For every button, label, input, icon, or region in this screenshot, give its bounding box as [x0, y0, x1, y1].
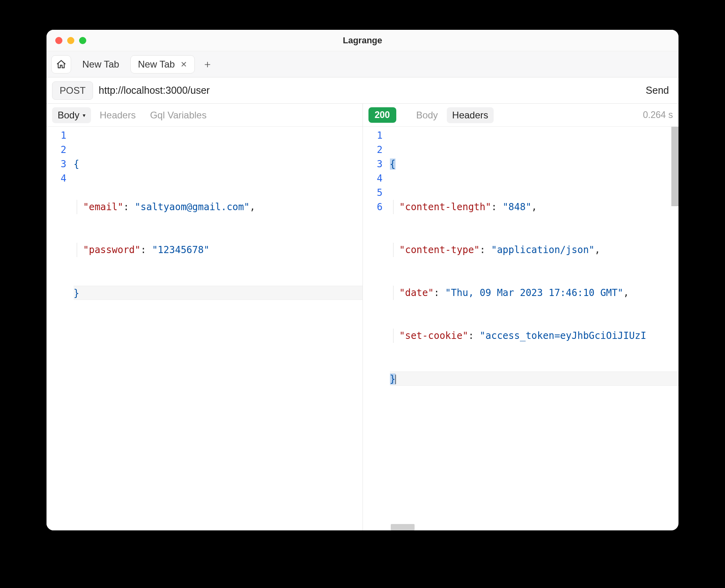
code-line: } [390, 371, 679, 386]
send-button[interactable]: Send [642, 85, 673, 96]
home-icon [56, 59, 66, 70]
url-bar: POST Send [47, 77, 678, 104]
line-number: 1 [363, 128, 383, 143]
tab-inactive[interactable]: New Tab [75, 55, 126, 74]
tab-label: Body [58, 110, 79, 121]
request-body-editor[interactable]: 1 2 3 4 { "email": "saltyaom@gmail.com",… [47, 127, 362, 530]
response-timing: 0.264 s [643, 110, 673, 120]
code-line: } [74, 286, 362, 300]
response-tab-headers[interactable]: Headers [447, 107, 494, 123]
url-input[interactable] [99, 81, 636, 100]
code-area[interactable]: { "content-length": "848", "content-type… [387, 127, 679, 530]
code-line: "content-type": "application/json", [390, 243, 679, 257]
tab-active[interactable]: New Tab ✕ [130, 55, 195, 74]
line-gutter: 1 2 3 4 5 6 [363, 127, 387, 530]
line-number: 1 [47, 128, 66, 143]
plus-icon: ＋ [202, 57, 213, 71]
window-title: Lagrange [47, 35, 678, 46]
tab-label: Headers [100, 110, 136, 121]
chevron-down-icon: ▾ [83, 112, 85, 118]
home-button[interactable] [51, 55, 71, 74]
method-label: POST [60, 85, 85, 96]
line-number: 5 [363, 186, 383, 200]
response-headers-editor[interactable]: 1 2 3 4 5 6 { "content-length": "848", "… [363, 127, 679, 530]
code-area[interactable]: { "email": "saltyaom@gmail.com", "passwo… [70, 127, 362, 530]
tab-label: Headers [452, 110, 489, 121]
line-number: 6 [363, 200, 383, 214]
split-panels: Body ▾ Headers Gql Variables 1 2 3 4 [47, 104, 678, 530]
traffic-lights [47, 37, 86, 44]
line-gutter: 1 2 3 4 [47, 127, 70, 530]
new-tab-button[interactable]: ＋ [199, 56, 216, 73]
tab-label: Gql Variables [150, 110, 206, 121]
line-number: 2 [363, 143, 383, 157]
titlebar: Lagrange [47, 30, 678, 51]
status-badge: 200 [368, 107, 396, 123]
code-line: "email": "saltyaom@gmail.com", [74, 200, 362, 214]
tab-label: New Tab [138, 59, 175, 70]
tab-bar: New Tab New Tab ✕ ＋ [47, 51, 678, 77]
line-number: 3 [363, 157, 383, 171]
text-caret [395, 375, 396, 384]
http-method-select[interactable]: POST [52, 81, 93, 100]
request-tab-body[interactable]: Body ▾ [52, 107, 91, 123]
line-number: 2 [47, 143, 66, 157]
response-tab-body[interactable]: Body [411, 107, 444, 123]
app-window: Lagrange New Tab New Tab ✕ ＋ POST Send B… [47, 30, 678, 530]
line-number: 4 [47, 171, 66, 186]
minimize-window-button[interactable] [67, 37, 74, 44]
code-line: "date": "Thu, 09 Mar 2023 17:46:10 GMT", [390, 286, 679, 300]
horizontal-scrollbar[interactable] [391, 524, 415, 530]
close-window-button[interactable] [55, 37, 62, 44]
response-panel-tabs: 200 Body Headers 0.264 s [363, 104, 679, 127]
vertical-scrollbar[interactable] [671, 127, 678, 206]
close-icon[interactable]: ✕ [180, 60, 187, 69]
line-number: 3 [47, 157, 66, 171]
maximize-window-button[interactable] [79, 37, 86, 44]
request-tab-headers[interactable]: Headers [94, 107, 142, 123]
code-line: "content-length": "848", [390, 200, 679, 214]
code-line: { [74, 157, 362, 171]
code-line: "password": "12345678" [74, 243, 362, 257]
request-panel-tabs: Body ▾ Headers Gql Variables [47, 104, 362, 127]
code-line: { [390, 157, 679, 171]
response-panel: 200 Body Headers 0.264 s 1 2 3 4 5 6 [363, 104, 679, 530]
code-line: "set-cookie": "access_token=eyJhbGciOiJI… [390, 329, 679, 343]
request-tab-gql[interactable]: Gql Variables [144, 107, 212, 123]
request-panel: Body ▾ Headers Gql Variables 1 2 3 4 [47, 104, 363, 530]
tab-label: New Tab [82, 59, 119, 70]
tab-label: Body [416, 110, 438, 121]
line-number: 4 [363, 171, 383, 186]
